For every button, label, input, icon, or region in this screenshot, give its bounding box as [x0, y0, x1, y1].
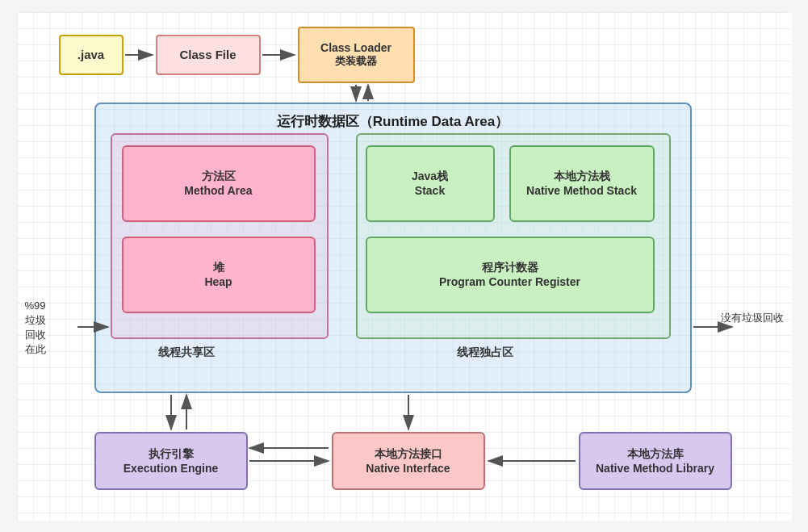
label-nogc: 没有垃圾回收 [721, 311, 784, 325]
runtime-title: 运行时数据区（Runtime Data Area） [96, 112, 690, 131]
classfile-box: Class File [156, 35, 261, 75]
heap-en: Heap [204, 275, 232, 288]
native-library-en: Native Method Library [596, 462, 714, 475]
counter-zh: 程序计数器 [482, 261, 538, 275]
java-box: .java [59, 35, 124, 75]
classloader-box: Class Loader 类装载器 [298, 27, 415, 83]
classfile-label: Class File [179, 48, 236, 61]
heap-box: 堆 Heap [122, 237, 316, 313]
native-interface-box: 本地方法接口 Native Interface [332, 432, 485, 490]
heap-zh: 堆 [213, 261, 224, 275]
classloader-label: Class Loader [320, 41, 391, 54]
classloader-sublabel: 类装载器 [335, 54, 377, 69]
label-exclusive: 线程独占区 [457, 346, 513, 360]
method-area-zh: 方法区 [202, 170, 236, 184]
java-stack-zh: Java栈 [412, 170, 448, 184]
java-stack-en: Stack [415, 184, 445, 197]
method-area-box: 方法区 Method Area [122, 145, 316, 222]
counter-box: 程序计数器 Program Counter Register [366, 237, 655, 313]
label-99: %99 垃圾 回收 在此 [25, 299, 46, 358]
native-library-zh: 本地方法库 [627, 447, 684, 462]
native-stack-zh: 本地方法栈 [554, 170, 610, 184]
java-label: .java [77, 48, 104, 61]
method-area-en: Method Area [184, 184, 252, 197]
counter-en: Program Counter Register [439, 275, 580, 288]
native-interface-en: Native Interface [366, 462, 450, 475]
java-stack-box: Java栈 Stack [366, 145, 495, 222]
native-interface-zh: 本地方法接口 [375, 447, 442, 462]
engine-box: 执行引擎 Execution Engine [94, 432, 248, 490]
native-library-box: 本地方法库 Native Method Library [579, 432, 732, 490]
engine-zh: 执行引擎 [149, 447, 194, 462]
diagram-container: .java Class File Class Loader 类装载器 运行时数据… [17, 12, 792, 521]
label-shared: 线程共享区 [158, 346, 215, 360]
native-stack-box: 本地方法栈 Native Method Stack [509, 145, 655, 222]
engine-en: Execution Engine [124, 462, 218, 475]
native-stack-en: Native Method Stack [526, 184, 637, 197]
